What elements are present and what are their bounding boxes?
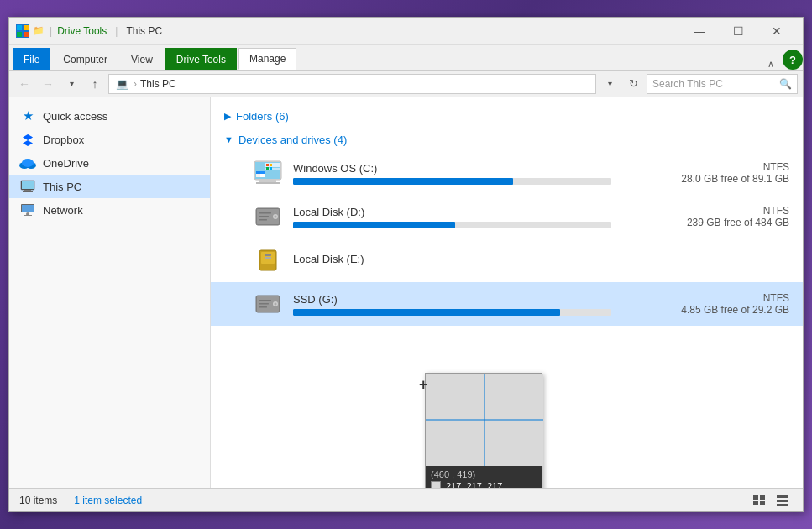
- preview-coords: (460 , 419): [431, 469, 537, 479]
- ribbon: File Computer View Drive Tools Manage ∧ …: [9, 45, 803, 71]
- svg-rect-2: [17, 32, 22, 37]
- svg-rect-47: [259, 303, 269, 305]
- svg-rect-25: [256, 182, 280, 184]
- preview-canvas: [426, 374, 543, 466]
- drive-g-space: 4.85 GB free of 29.2 GB: [621, 304, 789, 316]
- drive-e-name: Local Disk (E:): [293, 253, 611, 265]
- svg-rect-36: [259, 219, 267, 221]
- path-computer-icon: 💻: [116, 78, 128, 90]
- drives-label: Devices and drives (4): [238, 134, 347, 146]
- forward-button[interactable]: →: [38, 74, 58, 94]
- dropdown-recent-button[interactable]: ▾: [61, 74, 81, 94]
- svg-rect-3: [24, 32, 29, 37]
- svg-rect-26: [266, 164, 269, 166]
- sidebar-item-dropbox[interactable]: Dropbox: [9, 128, 210, 151]
- search-icon: 🔍: [779, 78, 792, 90]
- svg-rect-46: [259, 300, 271, 301]
- tab-drive-tools[interactable]: Drive Tools: [165, 48, 237, 70]
- svg-rect-27: [270, 164, 272, 166]
- this-pc-icon: [19, 178, 36, 195]
- svg-rect-1: [24, 25, 29, 30]
- tab-file[interactable]: File: [13, 48, 50, 70]
- drive-d[interactable]: Local Disk (D:) NTFS 239 GB free of 484 …: [211, 195, 803, 238]
- drive-g-meta: NTFS 4.85 GB free of 29.2 GB: [621, 292, 789, 316]
- titlebar-left: 📁 | Drive Tools | This PC: [16, 24, 162, 38]
- drive-tools-label: Drive Tools: [57, 25, 107, 37]
- svg-rect-54: [777, 500, 788, 502]
- svg-rect-16: [24, 215, 32, 216]
- svg-rect-34: [259, 212, 271, 214]
- help-button[interactable]: ?: [783, 50, 803, 70]
- svg-marker-5: [28, 134, 33, 140]
- drive-g[interactable]: SSD (G:) NTFS 4.85 GB free of 29.2 GB: [211, 282, 803, 326]
- sidebar: ★ Quick access Dropbox: [9, 97, 211, 488]
- search-placeholder: Search This PC: [652, 78, 723, 90]
- addressbar: ← → ▾ ↑ 💻 › This PC ▾ ↻ Search This PC 🔍: [9, 71, 803, 97]
- drive-g-fill: [293, 309, 560, 316]
- maximize-button[interactable]: ☐: [719, 18, 757, 45]
- dropbox-icon: [19, 131, 36, 148]
- svg-point-8: [22, 159, 34, 167]
- ribbon-expand-button[interactable]: ∧: [767, 59, 774, 70]
- sidebar-label-onedrive: OneDrive: [43, 157, 89, 170]
- drive-c[interactable]: Windows OS (C:) NTFS 28.0 GB free of 89.…: [211, 151, 803, 195]
- preview-color-label: 217, 217, 217: [446, 481, 502, 488]
- preview-crosshair-v: [484, 374, 485, 466]
- svg-rect-10: [22, 181, 34, 189]
- sidebar-label-network: Network: [43, 204, 83, 217]
- close-button[interactable]: ✕: [757, 18, 796, 45]
- tab-view[interactable]: View: [120, 48, 164, 70]
- tab-computer[interactable]: Computer: [52, 48, 118, 70]
- path-separator: ›: [134, 78, 137, 90]
- svg-rect-41: [265, 257, 271, 259]
- ribbon-tabs: File Computer View Drive Tools Manage ∧ …: [9, 45, 803, 70]
- drive-d-icon: [253, 202, 283, 232]
- sidebar-label-this-pc: This PC: [43, 181, 81, 193]
- drives-chevron: ▼: [224, 134, 233, 144]
- svg-rect-11: [24, 190, 31, 191]
- sidebar-label-dropbox: Dropbox: [43, 134, 84, 146]
- quick-access-icon: 📁: [33, 25, 45, 36]
- address-path[interactable]: 💻 › This PC: [108, 74, 596, 94]
- statusbar: 10 items 1 item selected: [9, 488, 803, 511]
- path-dropdown-button[interactable]: ▾: [600, 74, 620, 94]
- drives-section-header[interactable]: ▼ Devices and drives (4): [211, 128, 803, 151]
- svg-rect-48: [259, 306, 267, 308]
- refresh-button[interactable]: ↻: [623, 74, 643, 94]
- svg-rect-53: [777, 495, 788, 498]
- folders-label: Folders (6): [236, 110, 289, 123]
- drive-d-space: 239 GB free of 484 GB: [621, 217, 789, 228]
- preview-color-row: 217, 217, 217: [431, 481, 537, 488]
- sidebar-item-quick-access[interactable]: ★ Quick access: [9, 104, 210, 128]
- folders-section-header[interactable]: ▶ Folders (6): [211, 104, 803, 128]
- up-button[interactable]: ↑: [85, 74, 105, 94]
- sidebar-item-onedrive[interactable]: OneDrive: [9, 151, 210, 175]
- drive-c-meta: NTFS 28.0 GB free of 89.1 GB: [621, 161, 789, 185]
- drive-e[interactable]: Local Disk (E:): [211, 238, 803, 282]
- quick-access-icon: ★: [19, 107, 36, 124]
- svg-rect-28: [266, 167, 269, 170]
- color-swatch: [431, 481, 441, 488]
- selected-label: 1 item selected: [74, 495, 142, 506]
- tab-manage[interactable]: Manage: [238, 48, 296, 70]
- explorer-window: 📁 | Drive Tools | This PC — ☐ ✕ File Com…: [8, 17, 804, 512]
- sidebar-item-network[interactable]: Network: [9, 198, 210, 222]
- content-wrapper: ▶ Folders (6) ▼ Devices and drives (4): [211, 97, 803, 488]
- svg-rect-14: [22, 205, 34, 212]
- view-details-button[interactable]: [749, 490, 769, 511]
- view-large-button[interactable]: [773, 490, 793, 511]
- svg-rect-35: [259, 216, 269, 217]
- svg-rect-29: [270, 167, 272, 170]
- preview-tooltip: (460 , 419) 217, 217, 217: [425, 373, 542, 488]
- drive-c-bar: [293, 178, 611, 185]
- minimize-button[interactable]: —: [680, 18, 719, 45]
- drive-d-bar: [293, 222, 611, 228]
- search-box[interactable]: Search This PC 🔍: [647, 74, 798, 94]
- drive-e-info: Local Disk (E:): [293, 253, 611, 269]
- back-button[interactable]: ←: [14, 74, 34, 94]
- drive-d-fs: NTFS: [621, 205, 789, 217]
- drive-c-icon: [253, 158, 283, 188]
- network-icon: [19, 202, 36, 218]
- sidebar-item-this-pc[interactable]: This PC: [9, 175, 210, 198]
- svg-rect-50: [760, 495, 765, 500]
